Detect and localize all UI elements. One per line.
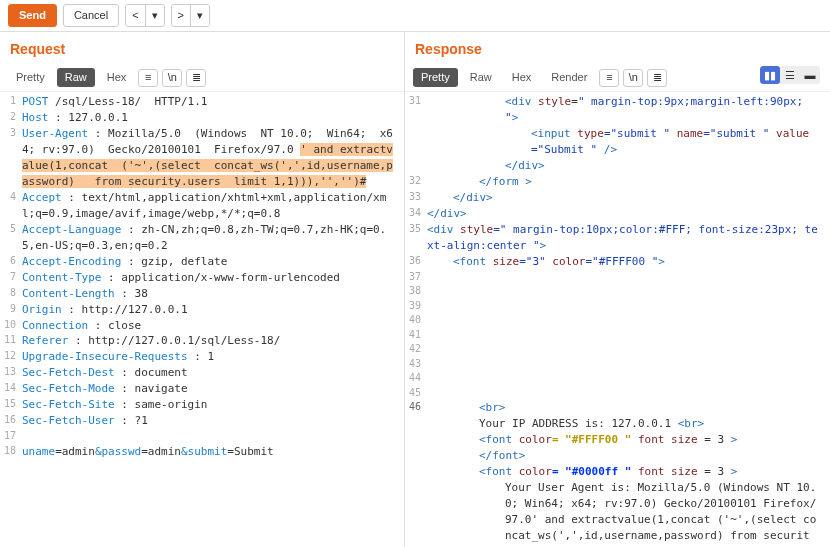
actions-icon-r[interactable]: ≡ xyxy=(599,69,619,87)
fwd-button[interactable]: > xyxy=(172,5,191,26)
history-back-group: < ▾ xyxy=(125,4,164,27)
wrap-icon-r[interactable]: ≣ xyxy=(647,69,667,87)
top-toolbar: Send Cancel < ▾ > ▾ xyxy=(0,0,830,32)
tab-hex-r[interactable]: Hex xyxy=(504,68,540,87)
view-toggle: ▮▮ ☰ ▬ xyxy=(760,66,820,84)
request-editor[interactable]: 1POST /sql/Less-18/ HTTP/1.1 2Host : 127… xyxy=(0,92,404,547)
tab-hex[interactable]: Hex xyxy=(99,68,135,87)
back-menu-button[interactable]: ▾ xyxy=(146,5,164,26)
fwd-menu-button[interactable]: ▾ xyxy=(191,5,209,26)
tab-pretty-r[interactable]: Pretty xyxy=(413,68,458,87)
request-pane: Request Pretty Raw Hex ≡ \n ≣ 1POST /sql… xyxy=(0,32,405,547)
response-title: Response xyxy=(415,41,482,57)
view-rows-icon[interactable]: ☰ xyxy=(780,66,800,84)
view-single-icon[interactable]: ▬ xyxy=(800,66,820,84)
newline-icon-r[interactable]: \n xyxy=(623,69,643,87)
tab-pretty[interactable]: Pretty xyxy=(8,68,53,87)
request-title: Request xyxy=(10,41,65,57)
actions-icon[interactable]: ≡ xyxy=(138,69,158,87)
tab-raw[interactable]: Raw xyxy=(57,68,95,87)
request-tabs: Pretty Raw Hex ≡ \n ≣ xyxy=(0,66,404,92)
tab-render[interactable]: Render xyxy=(543,68,595,87)
response-viewer[interactable]: 31 <div style=" margin-top:9px;margin-le… xyxy=(405,92,830,547)
view-columns-icon[interactable]: ▮▮ xyxy=(760,66,780,84)
wrap-icon[interactable]: ≣ xyxy=(186,69,206,87)
send-button[interactable]: Send xyxy=(8,4,57,27)
response-pane: Response ▮▮ ☰ ▬ Pretty Raw Hex Render ≡ … xyxy=(405,32,830,547)
history-fwd-group: > ▾ xyxy=(171,4,210,27)
tab-raw-r[interactable]: Raw xyxy=(462,68,500,87)
newline-icon[interactable]: \n xyxy=(162,69,182,87)
back-button[interactable]: < xyxy=(126,5,145,26)
cancel-button[interactable]: Cancel xyxy=(63,4,119,27)
